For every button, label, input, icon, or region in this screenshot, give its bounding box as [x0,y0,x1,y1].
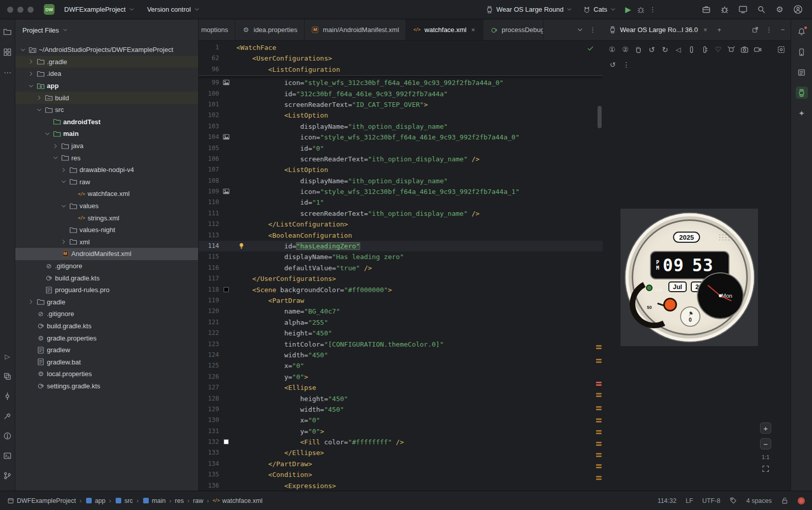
close-device-tab-icon[interactable]: × [701,26,709,34]
breadcrumb-item-src[interactable]: src [115,497,133,504]
stripe-mark[interactable] [596,393,602,394]
tree-item-strings-xml[interactable]: </>strings.xml [15,212,198,224]
stripe-mark[interactable] [596,382,602,383]
project-dropdown[interactable]: DWFExampleProject [61,4,139,15]
tree-item--gitignore[interactable]: ⊘.gitignore [15,308,198,320]
tree-item--idea[interactable]: .idea [15,68,198,80]
tree-item-java[interactable]: java [15,140,198,152]
tab-list-dropdown-icon[interactable] [576,26,584,34]
line-ending[interactable]: LF [686,497,693,504]
search-icon[interactable] [756,5,766,14]
tab-watchface-xml[interactable]: </>watchface.xml× [406,19,483,40]
running-devices-tool-button[interactable] [796,87,808,99]
expand-chevron-icon[interactable] [60,238,67,245]
breadcrumb-item-res[interactable]: res [175,497,183,504]
project-tree[interactable]: ~/AndroidStudioProjects/DWFExampleProjec… [15,41,198,491]
expand-chevron-icon[interactable] [60,178,67,185]
problems-tool-tool-button[interactable] [2,430,14,442]
tag-icon[interactable] [729,497,737,504]
gesture-one-icon[interactable]: ① [608,45,616,54]
tree-item-raw[interactable]: raw [15,176,198,188]
gesture-two-icon[interactable]: ② [621,45,630,54]
tab-processdebug[interactable]: processDebug [483,19,544,40]
device-manager-tool-button[interactable] [796,46,808,58]
expand-chevron-icon[interactable] [28,58,35,65]
tab-main-androidmanifest-xml[interactable]: Mmain/AndroidManifest.xml [305,19,407,40]
version-control-tool-tool-button[interactable] [2,469,14,481]
code-editor[interactable]: 1<WatchFace62 <UserConfigurations>96 <Li… [199,41,603,491]
camera-icon[interactable] [740,45,749,54]
terminal-tool-tool-button[interactable] [2,449,14,462]
stripe-mark[interactable] [596,478,602,480]
stripe-mark[interactable] [596,464,602,466]
maximize-window-button[interactable] [28,7,34,13]
indent-setting[interactable]: 4 spaces [746,497,772,504]
add-device-tab-icon[interactable]: + [715,26,723,34]
more-tools-tool-button[interactable]: ⋯ [2,66,14,78]
expand-chevron-icon[interactable] [36,106,43,114]
expand-chevron-icon[interactable] [44,130,51,137]
stripe-mark[interactable] [596,476,602,477]
zoom-out-button[interactable]: − [760,438,771,449]
close-tab-icon[interactable]: × [470,27,476,33]
run-tool-tool-button[interactable]: ▷ [2,350,14,362]
crown-button-icon[interactable] [700,45,709,54]
expand-chevron-icon[interactable] [36,94,43,101]
tree-item-res[interactable]: res [15,152,198,164]
overflow-icon[interactable]: ⋮ [622,61,630,69]
minimize-window-button[interactable] [17,7,23,13]
side-button-icon[interactable] [687,45,696,54]
stripe-mark[interactable] [596,453,602,455]
stripe-mark[interactable] [596,409,602,410]
palm-icon[interactable] [634,45,643,54]
run-config-selector[interactable]: Cats [579,4,620,16]
breadcrumb-item-app[interactable]: app [85,497,105,504]
logcat-tool-button[interactable] [796,66,808,78]
notifications-tool-button[interactable] [796,25,808,38]
stripe-mark[interactable] [596,418,602,420]
tree-item-gradle[interactable]: gradle [15,296,198,308]
expand-chevron-icon[interactable] [52,154,59,161]
stripe-mark[interactable] [596,467,602,468]
tree-item--gradle[interactable]: .gradle [15,56,198,68]
tilt-icon[interactable] [727,45,736,54]
tab-moptions[interactable]: moptions [199,19,235,40]
rotate-left-icon[interactable]: ↺ [647,45,656,54]
expand-chevron-icon[interactable] [60,166,67,174]
tree-item-main[interactable]: main [15,128,198,140]
stripe-mark[interactable] [596,345,602,347]
screen-mirror-icon[interactable] [738,5,748,14]
debug-button[interactable] [636,5,645,14]
tree-item-settings-gradle-kts[interactable]: settings.gradle.kts [15,380,198,392]
expand-chevron-icon[interactable] [52,143,59,150]
window-controls[interactable] [7,7,34,13]
tree-item-src[interactable]: src [15,104,198,116]
breadcrumb-item-watchface-xml[interactable]: </>watchface.xml [212,497,262,504]
breadcrumb-item-main[interactable]: main [142,497,166,504]
stripe-mark[interactable] [596,384,602,386]
tree-item-xml[interactable]: xml [15,236,198,248]
expand-chevron-icon[interactable] [19,46,26,53]
avatar-icon[interactable] [793,5,803,14]
expand-chevron-icon[interactable] [28,298,35,305]
back-button-icon[interactable]: ◁ [674,45,683,54]
device-selector[interactable]: Wear OS Large Round [482,4,576,16]
run-button[interactable]: ▶ [623,5,633,15]
device-tab[interactable]: Wear OS Large Ro...l 36.0 × [607,26,711,34]
panel-options-icon[interactable]: ⋮ [765,26,773,34]
more-actions-icon[interactable]: ⋮ [648,5,657,14]
expand-chevron-icon[interactable] [28,82,35,90]
video-icon[interactable] [753,45,762,54]
stripe-mark[interactable] [596,348,602,349]
tree-item--gitignore[interactable]: ⊘.gitignore [15,260,198,272]
tab-idea-properties[interactable]: ⚙idea.properties [235,19,305,40]
error-indicator[interactable] [798,497,805,504]
bug-icon[interactable] [720,5,729,14]
stripe-mark[interactable] [596,395,602,397]
stripe-mark[interactable] [596,456,602,457]
tree-item-build[interactable]: build [15,92,198,104]
stripe-mark[interactable] [596,421,602,422]
build-variants-tool-button[interactable] [2,370,14,382]
bulb-icon[interactable] [238,242,245,249]
device-screen[interactable]: 2025 P M 09 53 Jul 21 [620,209,758,346]
